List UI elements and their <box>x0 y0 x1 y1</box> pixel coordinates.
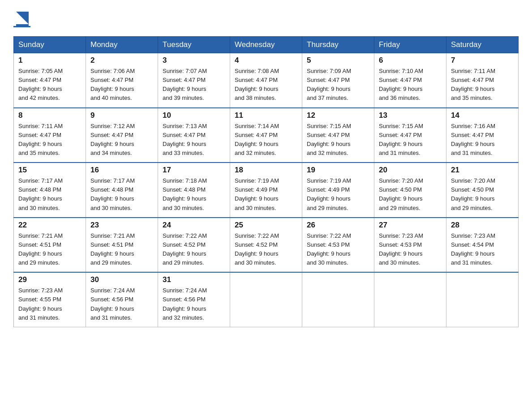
day-number: 4 <box>235 56 297 65</box>
calendar-cell: 11 Sunrise: 7:14 AM Sunset: 4:47 PM Dayl… <box>230 108 302 163</box>
day-info: Sunrise: 7:15 AM Sunset: 4:47 PM Dayligh… <box>307 122 369 158</box>
calendar-cell: 30 Sunrise: 7:24 AM Sunset: 4:56 PM Dayl… <box>86 272 158 327</box>
calendar-cell <box>302 272 374 327</box>
day-info: Sunrise: 7:20 AM Sunset: 4:50 PM Dayligh… <box>451 176 514 213</box>
calendar-cell <box>230 272 302 327</box>
day-number: 28 <box>451 221 514 230</box>
day-info: Sunrise: 7:21 AM Sunset: 4:51 PM Dayligh… <box>90 231 153 268</box>
day-number: 26 <box>307 221 369 230</box>
day-number: 16 <box>90 166 153 175</box>
day-info: Sunrise: 7:05 AM Sunset: 4:47 PM Dayligh… <box>18 67 81 103</box>
day-number: 14 <box>451 111 514 120</box>
day-info: Sunrise: 7:23 AM Sunset: 4:53 PM Dayligh… <box>379 231 442 268</box>
day-info: Sunrise: 7:09 AM Sunset: 4:47 PM Dayligh… <box>307 67 369 103</box>
weekday-header-sunday: Sunday <box>14 37 86 53</box>
calendar-cell: 28 Sunrise: 7:23 AM Sunset: 4:54 PM Dayl… <box>446 218 519 273</box>
day-number: 7 <box>451 56 514 65</box>
day-info: Sunrise: 7:24 AM Sunset: 4:56 PM Dayligh… <box>163 286 225 322</box>
day-number: 19 <box>307 166 369 175</box>
day-info: Sunrise: 7:23 AM Sunset: 4:54 PM Dayligh… <box>451 231 514 268</box>
day-number: 2 <box>90 56 153 65</box>
day-number: 5 <box>307 56 369 65</box>
calendar-cell: 24 Sunrise: 7:22 AM Sunset: 4:52 PM Dayl… <box>158 218 230 273</box>
day-number: 20 <box>379 166 442 175</box>
svg-marker-0 <box>16 12 29 24</box>
calendar-cell: 14 Sunrise: 7:16 AM Sunset: 4:47 PM Dayl… <box>446 108 519 163</box>
calendar-cell: 13 Sunrise: 7:15 AM Sunset: 4:47 PM Dayl… <box>374 108 446 163</box>
calendar-cell: 5 Sunrise: 7:09 AM Sunset: 4:47 PM Dayli… <box>302 53 374 108</box>
day-number: 31 <box>163 275 225 284</box>
day-info: Sunrise: 7:12 AM Sunset: 4:47 PM Dayligh… <box>90 122 153 158</box>
day-number: 24 <box>163 221 225 230</box>
day-info: Sunrise: 7:10 AM Sunset: 4:47 PM Dayligh… <box>379 67 442 103</box>
day-number: 8 <box>18 111 81 120</box>
day-number: 23 <box>90 221 153 230</box>
day-info: Sunrise: 7:16 AM Sunset: 4:47 PM Dayligh… <box>451 122 514 158</box>
day-number: 1 <box>18 56 81 65</box>
calendar-cell: 25 Sunrise: 7:22 AM Sunset: 4:52 PM Dayl… <box>230 218 302 273</box>
day-number: 22 <box>18 221 81 230</box>
calendar-cell: 22 Sunrise: 7:21 AM Sunset: 4:51 PM Dayl… <box>14 218 86 273</box>
calendar-cell: 7 Sunrise: 7:11 AM Sunset: 4:47 PM Dayli… <box>446 53 519 108</box>
calendar-cell: 31 Sunrise: 7:24 AM Sunset: 4:56 PM Dayl… <box>158 272 230 327</box>
day-info: Sunrise: 7:22 AM Sunset: 4:53 PM Dayligh… <box>307 231 369 268</box>
day-number: 11 <box>235 111 297 120</box>
calendar-cell: 27 Sunrise: 7:23 AM Sunset: 4:53 PM Dayl… <box>374 218 446 273</box>
day-number: 18 <box>235 166 297 175</box>
day-number: 15 <box>18 166 81 175</box>
calendar-cell: 15 Sunrise: 7:17 AM Sunset: 4:48 PM Dayl… <box>14 163 86 218</box>
calendar-cell <box>446 272 519 327</box>
day-info: Sunrise: 7:14 AM Sunset: 4:47 PM Dayligh… <box>235 122 297 158</box>
calendar-cell: 23 Sunrise: 7:21 AM Sunset: 4:51 PM Dayl… <box>86 218 158 273</box>
calendar-week-row-4: 22 Sunrise: 7:21 AM Sunset: 4:51 PM Dayl… <box>14 218 519 273</box>
day-number: 29 <box>18 275 81 284</box>
weekday-header-tuesday: Tuesday <box>158 37 230 53</box>
page-header <box>13 9 519 27</box>
day-info: Sunrise: 7:06 AM Sunset: 4:47 PM Dayligh… <box>90 67 153 103</box>
day-info: Sunrise: 7:19 AM Sunset: 4:49 PM Dayligh… <box>307 176 369 213</box>
day-number: 21 <box>451 166 514 175</box>
day-info: Sunrise: 7:24 AM Sunset: 4:56 PM Dayligh… <box>90 286 153 322</box>
day-info: Sunrise: 7:22 AM Sunset: 4:52 PM Dayligh… <box>163 231 225 268</box>
calendar-cell: 20 Sunrise: 7:20 AM Sunset: 4:50 PM Dayl… <box>374 163 446 218</box>
calendar-cell: 10 Sunrise: 7:13 AM Sunset: 4:47 PM Dayl… <box>158 108 230 163</box>
calendar-cell: 19 Sunrise: 7:19 AM Sunset: 4:49 PM Dayl… <box>302 163 374 218</box>
day-info: Sunrise: 7:08 AM Sunset: 4:47 PM Dayligh… <box>235 67 297 103</box>
day-number: 25 <box>235 221 297 230</box>
day-info: Sunrise: 7:20 AM Sunset: 4:50 PM Dayligh… <box>379 176 442 213</box>
day-number: 30 <box>90 275 153 284</box>
calendar-cell: 18 Sunrise: 7:19 AM Sunset: 4:49 PM Dayl… <box>230 163 302 218</box>
calendar-cell: 2 Sunrise: 7:06 AM Sunset: 4:47 PM Dayli… <box>86 53 158 108</box>
day-info: Sunrise: 7:17 AM Sunset: 4:48 PM Dayligh… <box>18 176 81 213</box>
day-number: 13 <box>379 111 442 120</box>
day-info: Sunrise: 7:17 AM Sunset: 4:48 PM Dayligh… <box>90 176 153 213</box>
day-info: Sunrise: 7:21 AM Sunset: 4:51 PM Dayligh… <box>18 231 81 268</box>
calendar-cell: 21 Sunrise: 7:20 AM Sunset: 4:50 PM Dayl… <box>446 163 519 218</box>
day-info: Sunrise: 7:18 AM Sunset: 4:48 PM Dayligh… <box>163 176 225 213</box>
calendar-cell: 4 Sunrise: 7:08 AM Sunset: 4:47 PM Dayli… <box>230 53 302 108</box>
day-number: 3 <box>163 56 225 65</box>
calendar-cell: 9 Sunrise: 7:12 AM Sunset: 4:47 PM Dayli… <box>86 108 158 163</box>
day-info: Sunrise: 7:23 AM Sunset: 4:55 PM Dayligh… <box>18 286 81 322</box>
calendar-cell: 17 Sunrise: 7:18 AM Sunset: 4:48 PM Dayl… <box>158 163 230 218</box>
day-info: Sunrise: 7:11 AM Sunset: 4:47 PM Dayligh… <box>451 67 514 103</box>
day-info: Sunrise: 7:07 AM Sunset: 4:47 PM Dayligh… <box>163 67 225 103</box>
weekday-header-thursday: Thursday <box>302 37 374 53</box>
calendar-cell: 29 Sunrise: 7:23 AM Sunset: 4:55 PM Dayl… <box>14 272 86 327</box>
day-number: 17 <box>163 166 225 175</box>
weekday-header-row: SundayMondayTuesdayWednesdayThursdayFrid… <box>14 37 519 53</box>
calendar-cell <box>374 272 446 327</box>
calendar-week-row-2: 8 Sunrise: 7:11 AM Sunset: 4:47 PM Dayli… <box>14 108 519 163</box>
day-number: 12 <box>307 111 369 120</box>
day-info: Sunrise: 7:13 AM Sunset: 4:47 PM Dayligh… <box>163 122 225 158</box>
calendar-week-row-3: 15 Sunrise: 7:17 AM Sunset: 4:48 PM Dayl… <box>14 163 519 218</box>
weekday-header-friday: Friday <box>374 37 446 53</box>
day-info: Sunrise: 7:15 AM Sunset: 4:47 PM Dayligh… <box>379 122 442 158</box>
calendar-cell: 3 Sunrise: 7:07 AM Sunset: 4:47 PM Dayli… <box>158 53 230 108</box>
calendar-cell: 6 Sunrise: 7:10 AM Sunset: 4:47 PM Dayli… <box>374 53 446 108</box>
calendar-week-row-5: 29 Sunrise: 7:23 AM Sunset: 4:55 PM Dayl… <box>14 272 519 327</box>
calendar-cell: 16 Sunrise: 7:17 AM Sunset: 4:48 PM Dayl… <box>86 163 158 218</box>
day-number: 10 <box>163 111 225 120</box>
calendar-table: SundayMondayTuesdayWednesdayThursdayFrid… <box>13 36 519 327</box>
calendar-cell: 12 Sunrise: 7:15 AM Sunset: 4:47 PM Dayl… <box>302 108 374 163</box>
